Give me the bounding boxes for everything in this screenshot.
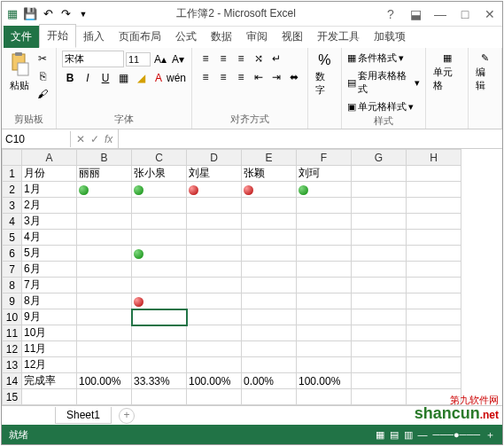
col-header[interactable]: H [407, 150, 461, 166]
cell[interactable] [132, 262, 187, 278]
cell[interactable] [407, 230, 461, 246]
cell[interactable] [22, 389, 77, 405]
cell[interactable] [242, 309, 297, 325]
cell[interactable] [407, 405, 461, 406]
cell[interactable] [352, 198, 407, 214]
cut-icon[interactable]: ✂ [35, 51, 50, 67]
maximize-icon[interactable]: □ [456, 7, 474, 21]
cell[interactable]: 5月 [22, 246, 77, 262]
cancel-icon[interactable]: ✕ [76, 133, 85, 145]
paste-button[interactable]: 粘贴 [7, 51, 32, 94]
row-header[interactable]: 13 [3, 357, 22, 373]
cell[interactable] [242, 357, 297, 373]
row-header[interactable]: 2 [3, 182, 22, 198]
worksheet-grid[interactable]: ABCDEFGH1月份丽丽张小泉刘星张颖刘珂21月32月43月54月65月76月… [2, 149, 502, 405]
cell[interactable] [407, 293, 461, 309]
cell[interactable]: 7月 [22, 278, 77, 293]
bold-button[interactable]: B [62, 70, 78, 86]
qat-dropdown-icon[interactable]: ▼ [76, 7, 90, 21]
cell[interactable] [407, 341, 461, 357]
cell[interactable]: 张颖 [242, 166, 297, 182]
cell[interactable] [242, 198, 297, 214]
cell[interactable] [242, 405, 297, 406]
grow-font-icon[interactable]: A▴ [152, 51, 168, 67]
tab-formula[interactable]: 公式 [168, 26, 204, 48]
col-header[interactable]: F [297, 150, 352, 166]
cell[interactable] [132, 357, 187, 373]
cell[interactable] [407, 278, 461, 293]
cell[interactable] [77, 198, 132, 214]
cell[interactable] [132, 182, 187, 198]
conditional-format-button[interactable]: ▦条件格式 ▾ [347, 51, 404, 66]
tab-home[interactable]: 开始 [39, 24, 76, 48]
tab-view[interactable]: 视图 [275, 26, 310, 48]
align-center-icon[interactable]: ≡ [215, 69, 231, 85]
cell[interactable] [352, 262, 407, 278]
align-right-icon[interactable]: ≡ [233, 69, 249, 85]
cell[interactable] [242, 214, 297, 230]
italic-button[interactable]: I [80, 70, 96, 86]
cell[interactable] [187, 357, 242, 373]
cell[interactable] [132, 341, 187, 357]
table-format-button[interactable]: ▤套用表格格式 ▾ [347, 68, 420, 97]
format-painter-icon[interactable]: 🖌 [35, 86, 50, 102]
cell[interactable] [132, 309, 187, 325]
cell[interactable] [187, 230, 242, 246]
cell[interactable] [352, 325, 407, 341]
indent-inc-icon[interactable]: ⇥ [268, 69, 284, 85]
fx-icon[interactable]: fx [105, 133, 112, 145]
row-header[interactable]: 7 [3, 262, 22, 278]
cell[interactable]: 刘珂 [297, 166, 352, 182]
cell[interactable] [297, 325, 352, 341]
cell[interactable] [187, 214, 242, 230]
border-icon[interactable]: ▦ [115, 70, 131, 86]
tab-data[interactable]: 数据 [204, 26, 239, 48]
cell[interactable] [407, 166, 461, 182]
cell[interactable] [187, 278, 242, 293]
cell[interactable]: 0.00% [242, 373, 297, 389]
cell[interactable] [352, 278, 407, 293]
row-header[interactable]: 9 [3, 293, 22, 309]
row-header[interactable]: 3 [3, 198, 22, 214]
col-header[interactable]: G [352, 150, 407, 166]
cell[interactable] [297, 309, 352, 325]
cell[interactable] [242, 293, 297, 309]
cell[interactable] [352, 166, 407, 182]
cell[interactable] [77, 325, 132, 341]
cell[interactable]: 100.00% [297, 373, 352, 389]
cell[interactable]: 张小泉 [132, 166, 187, 182]
cell[interactable] [352, 373, 407, 389]
cell[interactable] [187, 325, 242, 341]
indent-dec-icon[interactable]: ⇤ [251, 69, 267, 85]
cell[interactable] [297, 389, 352, 405]
row-header[interactable]: 14 [3, 373, 22, 389]
cell[interactable] [132, 198, 187, 214]
cell[interactable]: 10月 [22, 325, 77, 341]
phonetic-icon[interactable]: wén [168, 70, 184, 86]
view-layout-icon[interactable]: ▤ [390, 429, 399, 441]
align-bot-icon[interactable]: ≡ [233, 51, 249, 67]
row-header[interactable]: 6 [3, 246, 22, 262]
cell[interactable]: 3月 [22, 214, 77, 230]
row-header[interactable]: 4 [3, 214, 22, 230]
cell[interactable] [132, 293, 187, 309]
cell[interactable] [297, 182, 352, 198]
cell[interactable] [407, 389, 461, 405]
tab-dev[interactable]: 开发工具 [310, 26, 367, 48]
cell[interactable] [77, 278, 132, 293]
cell[interactable] [242, 325, 297, 341]
copy-icon[interactable]: ⎘ [35, 68, 50, 84]
cell[interactable] [242, 246, 297, 262]
cell[interactable] [352, 309, 407, 325]
cell[interactable] [187, 182, 242, 198]
cell[interactable]: 100.00% [187, 373, 242, 389]
cell[interactable]: 刘星 [187, 166, 242, 182]
name-box[interactable]: C10 [2, 131, 71, 147]
cell[interactable] [77, 405, 132, 406]
cell[interactable] [242, 230, 297, 246]
cell[interactable] [352, 182, 407, 198]
add-sheet-button[interactable]: + [119, 408, 135, 424]
cell[interactable] [297, 198, 352, 214]
cell[interactable] [242, 182, 297, 198]
cell[interactable]: 6月 [22, 262, 77, 278]
